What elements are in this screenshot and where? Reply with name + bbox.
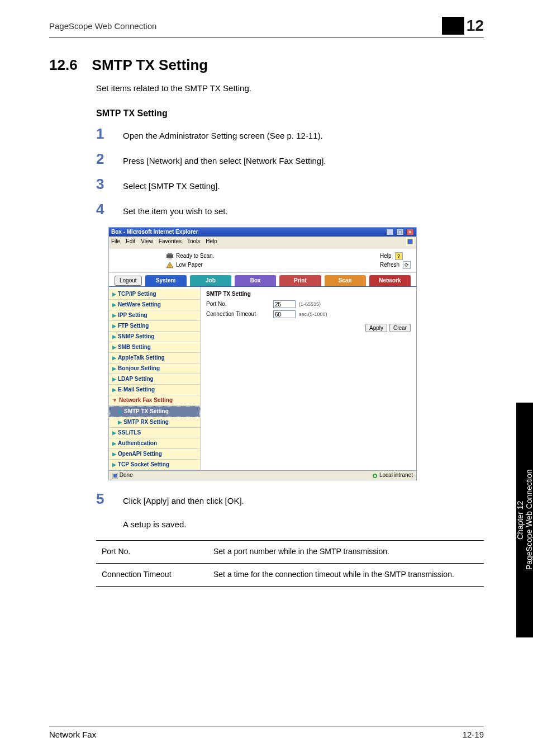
sidebar-item-authentication[interactable]: ▶Authentication xyxy=(109,438,200,449)
step-4-number: 4 xyxy=(96,202,123,216)
tab-scan[interactable]: Scan xyxy=(325,275,366,286)
sidebar-item-ldap-setting[interactable]: ▶LDAP Setting xyxy=(109,374,200,385)
sidebar-item-appletalk-setting[interactable]: ▶AppleTalk Setting xyxy=(109,353,200,363)
tab-row: Logout System Job Box Print Scan Network xyxy=(109,273,416,286)
menu-favorites[interactable]: Favorites xyxy=(159,238,182,248)
ie-flag-icon xyxy=(406,238,414,248)
chapter-marker: 12 xyxy=(442,17,484,35)
step-5: 5 Click [Apply] and then click [OK]. A s… xyxy=(96,492,484,530)
section-intro: Set items related to the SMTP TX Setting… xyxy=(96,82,484,94)
step-3-text: Select [SMTP TX Setting]. xyxy=(123,177,220,192)
browser-window: Box - Microsoft Internet Explorer _ □ × … xyxy=(108,227,417,480)
step-5-text: Click [Apply] and then click [OK]. xyxy=(123,496,244,505)
logout-button[interactable]: Logout xyxy=(115,276,142,286)
window-title: Box - Microsoft Internet Explorer xyxy=(111,228,198,236)
tab-system[interactable]: System xyxy=(145,275,187,286)
refresh-icon[interactable]: ⟳ xyxy=(403,261,411,269)
triangle-right-icon: ▶ xyxy=(118,409,122,414)
settings-description-table: Port No. Set a port number while in the … xyxy=(96,540,484,586)
status-lowpaper-text: Low Paper xyxy=(176,261,203,269)
sidebar-item-smtp-tx-setting[interactable]: ▶SMTP TX Setting xyxy=(109,406,200,417)
triangle-down-icon: ▼ xyxy=(112,398,117,403)
app-header: Ready to Scan. ! Low Paper Help ? xyxy=(109,249,416,273)
sidebar-item-ftp-setting[interactable]: ▶FTP Setting xyxy=(109,321,200,332)
sidebar-item-ssl-tls[interactable]: ▶SSL/TLS xyxy=(109,428,200,438)
connection-timeout-row: Connection Timeout sec.(5-1000) xyxy=(206,310,411,318)
apply-button[interactable]: Apply xyxy=(365,324,387,332)
menu-help[interactable]: Help xyxy=(206,238,217,248)
step-1: 1 Open the Administrator Setting screen … xyxy=(96,126,484,141)
sidebar-item-snmp-setting[interactable]: ▶SNMP Setting xyxy=(109,332,200,342)
table-row: Port No. Set a port number while in the … xyxy=(96,541,484,564)
port-input[interactable] xyxy=(273,300,296,308)
statusbar-done: Done xyxy=(112,471,133,479)
status-ready-text: Ready to Scan. xyxy=(176,252,214,260)
menu-file[interactable]: File xyxy=(111,238,120,248)
table-val-port: Set a port number while in the SMTP tran… xyxy=(208,541,484,564)
sidebar-item-bonjour-setting[interactable]: ▶Bonjour Setting xyxy=(109,363,200,374)
running-head-text: PageScope Web Connection xyxy=(49,21,156,31)
triangle-right-icon: ▶ xyxy=(112,441,116,446)
sidebar-item-label: E-Mail Setting xyxy=(118,386,155,393)
sidebar-item-smtp-rx-setting[interactable]: ▶SMTP RX Setting xyxy=(109,417,200,428)
tab-print[interactable]: Print xyxy=(279,275,321,286)
ie-statusbar: Done Local intranet xyxy=(109,470,416,480)
footer-right: 12-19 xyxy=(463,730,484,739)
help-icon[interactable]: ? xyxy=(395,252,403,260)
port-row: Port No. (1-65535) xyxy=(206,300,411,308)
step-1-text: Open the Administrator Setting screen (S… xyxy=(123,126,323,141)
status-lowpaper: ! Low Paper xyxy=(166,261,214,269)
menu-edit[interactable]: Edit xyxy=(126,238,135,248)
window-titlebar[interactable]: Box - Microsoft Internet Explorer _ □ × xyxy=(109,228,416,237)
menubar: File Edit View Favorites Tools Help xyxy=(109,237,416,249)
svg-rect-2 xyxy=(168,253,172,254)
sidebar-item-network-fax-setting[interactable]: ▼Network Fax Setting xyxy=(109,395,200,406)
tab-job[interactable]: Job xyxy=(190,275,231,286)
printer-icon xyxy=(166,253,174,259)
triangle-right-icon: ▶ xyxy=(112,313,116,318)
triangle-right-icon: ▶ xyxy=(112,387,116,393)
table-key-port: Port No. xyxy=(96,541,208,564)
connection-timeout-input[interactable] xyxy=(273,310,296,318)
chapter-square xyxy=(442,17,464,35)
triangle-right-icon: ▶ xyxy=(112,334,116,339)
chapter-number: 12 xyxy=(467,17,484,35)
sidebar-item-tcp-socket-setting[interactable]: ▶TCP Socket Setting xyxy=(109,460,200,470)
menu-view[interactable]: View xyxy=(141,238,153,248)
step-1-number: 1 xyxy=(96,126,123,141)
help-link[interactable]: Help xyxy=(380,252,392,260)
refresh-link[interactable]: Refresh xyxy=(380,261,399,269)
sidebar-item-label: LDAP Setting xyxy=(118,376,154,382)
clear-button[interactable]: Clear xyxy=(389,324,411,332)
sidebar-item-ipp-setting[interactable]: ▶IPP Setting xyxy=(109,310,200,321)
triangle-right-icon: ▶ xyxy=(112,451,116,457)
sidebar-item-openapi-setting[interactable]: ▶OpenAPI Setting xyxy=(109,449,200,460)
window-buttons: _ □ × xyxy=(386,228,414,236)
settings-panel: SMTP TX Setting Port No. (1-65535) Conne… xyxy=(201,287,416,470)
section-number: 12.6 xyxy=(49,56,78,73)
tab-box[interactable]: Box xyxy=(235,275,276,286)
warning-icon: ! xyxy=(166,262,174,268)
triangle-right-icon: ▶ xyxy=(112,291,116,297)
close-button[interactable]: × xyxy=(406,229,414,235)
sidebar-item-netware-setting[interactable]: ▶NetWare Setting xyxy=(109,300,200,310)
triangle-right-icon: ▶ xyxy=(112,344,116,350)
step-4: 4 Set the item you wish to set. xyxy=(96,202,484,217)
menu-tools[interactable]: Tools xyxy=(187,238,200,248)
sidebar-item-label: FTP Setting xyxy=(118,323,149,329)
triangle-right-icon: ▶ xyxy=(112,430,116,436)
sidebar-item-label: SSL/TLS xyxy=(118,429,141,436)
panel-title: SMTP TX Setting xyxy=(206,290,411,298)
tab-network[interactable]: Network xyxy=(369,275,411,286)
minimize-button[interactable]: _ xyxy=(386,229,394,235)
side-tab-title: PageScope Web Connection xyxy=(525,470,533,571)
port-hint: (1-65535) xyxy=(299,301,321,308)
side-tab-chapter: Chapter 12 xyxy=(516,500,525,539)
sidebar-item-tcp-ip-setting[interactable]: ▶TCP/IP Setting xyxy=(109,289,200,300)
sidebar-item-label: Bonjour Setting xyxy=(118,365,160,371)
maximize-button[interactable]: □ xyxy=(396,229,404,235)
triangle-right-icon: ▶ xyxy=(112,355,116,361)
sidebar-item-smb-setting[interactable]: ▶SMB Setting xyxy=(109,342,200,353)
sidebar-item-e-mail-setting[interactable]: ▶E-Mail Setting xyxy=(109,385,200,395)
sidebar-item-label: NetWare Setting xyxy=(118,301,161,308)
